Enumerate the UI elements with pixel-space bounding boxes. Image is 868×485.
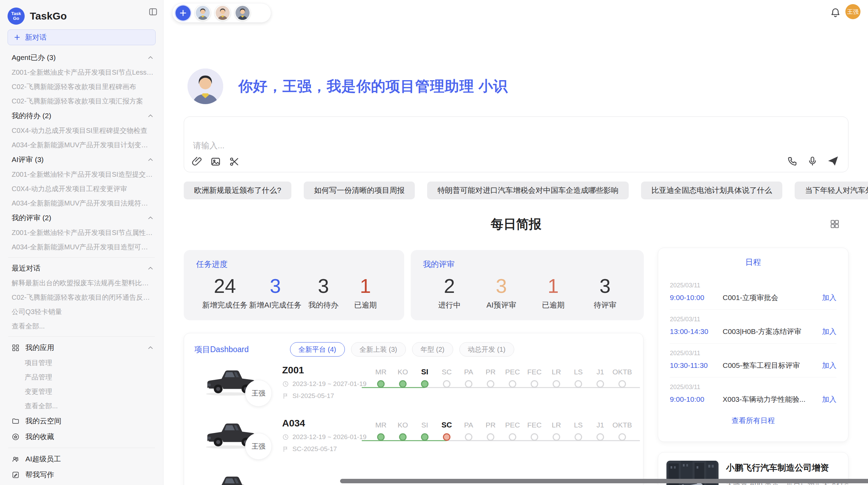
- sidebar-tool-people[interactable]: AI超级员工: [0, 451, 163, 467]
- notifications-bell-icon[interactable]: [830, 7, 841, 18]
- sidebar-item[interactable]: A034-全新新能源MUV产品开发项目计划变更表编写: [0, 138, 163, 152]
- sidebar-app-item[interactable]: 产品管理: [0, 370, 163, 384]
- sidebar-item[interactable]: C02-飞腾新能源轻客改款项目里程碑画布: [0, 79, 163, 94]
- dashboard-tab[interactable]: 全新上装 (3): [351, 342, 406, 357]
- new-chat-button[interactable]: 新对话: [8, 29, 156, 45]
- schedule-item: 2025/03/1110:30-11:30C005-整车工程目标评审加入: [670, 344, 836, 377]
- sidebar-section-label: AI评审 (3): [12, 155, 44, 164]
- join-button[interactable]: 加入: [822, 293, 836, 302]
- sidebar-item[interactable]: C0X4-动力总成开发项目SI里程碑提交物检查: [0, 123, 163, 138]
- join-button[interactable]: 加入: [822, 327, 836, 336]
- user-avatar[interactable]: 王强: [845, 4, 860, 19]
- sidebar-item[interactable]: 查看全部...: [0, 319, 163, 333]
- sidebar-item[interactable]: A034-全新新能源MUV产品开发项目造型可行性评审: [0, 240, 163, 254]
- stat-label: 我的待办: [303, 300, 343, 310]
- sidebar-item[interactable]: A034-全新新能源MUV产品开发项目法规符合性评审: [0, 196, 163, 210]
- stat-label: 新增完成任务: [202, 300, 248, 310]
- suggestion-chip[interactable]: 特朗普可能对进口汽车增税会对中国车企造成哪些影响: [427, 182, 629, 199]
- dashboard-tab[interactable]: 动总开发 (1): [459, 342, 514, 357]
- sidebar-item[interactable]: 公司Q3轻卡销量: [0, 304, 163, 319]
- suggestion-chip[interactable]: 当下年轻人对汽车外观有怎样的喜好趋势: [795, 182, 868, 199]
- project-row[interactable]: 王强A0342023-12-19 ~ 2026-01-19SC-2025-05-…: [194, 415, 633, 467]
- sidebar-app-item[interactable]: 变更管理: [0, 384, 163, 399]
- sidebar-section-header[interactable]: AI评审 (3): [0, 152, 163, 167]
- join-button[interactable]: 加入: [822, 395, 836, 404]
- new-chat-label: 新对话: [25, 33, 47, 42]
- milestone-label: SI: [414, 419, 436, 432]
- sidebar-item[interactable]: C0X4-动力总成开发项目工程变更评审: [0, 182, 163, 196]
- divider: [8, 257, 155, 258]
- suggestion-chip[interactable]: 如何写一份清晰的项目周报: [304, 182, 415, 199]
- assistant-avatar: [188, 69, 223, 104]
- milestone: SC: [436, 419, 458, 441]
- dashboard-tab[interactable]: 全新平台 (4): [290, 342, 345, 357]
- sidebar-app-item[interactable]: 查看全部...: [0, 399, 163, 413]
- sidebar-collapse-icon[interactable]: [148, 7, 158, 16]
- sidebar-item[interactable]: C02-飞腾新能源轻客改款项目立项汇报方案: [0, 94, 163, 108]
- milestone-dot: [509, 433, 516, 441]
- stats-row: 2进行中3AI预评审1已逾期3待评审: [423, 276, 631, 310]
- sidebar-app-item[interactable]: 项目管理: [0, 356, 163, 370]
- daily-briefing-title: 每日简报: [184, 216, 848, 233]
- suggestion-chip[interactable]: 欧洲新规最近颁布了什么?: [184, 182, 291, 199]
- attach-icon[interactable]: [192, 156, 203, 167]
- join-button[interactable]: 加入: [822, 361, 836, 370]
- schedule-list: 2025/03/119:00-10:00C001-立项审批会加入2025/03/…: [670, 276, 836, 411]
- chevron-up-icon: [147, 214, 154, 222]
- milestone-dot: [618, 433, 626, 441]
- chevron-up-icon: [147, 112, 154, 120]
- project-info: A0342023-12-19 ~ 2026-01-19SC-2025-05-17: [282, 418, 366, 453]
- stat-label: AI预评审: [481, 300, 521, 310]
- project-row[interactable]: 王强Z0012023-12-19 ~ 2027-01-19SI-2025-05-…: [194, 362, 633, 414]
- clock-icon: [282, 381, 289, 387]
- agent-avatar-1[interactable]: [195, 5, 210, 21]
- sidebar-section-header[interactable]: Agent已办 (3): [0, 50, 163, 65]
- app-logo-line1: Task: [11, 11, 21, 16]
- sidebar-item[interactable]: Z001-全新燃油皮卡产品开发项目SI节点Lesson Learn报告: [0, 65, 163, 79]
- milestone-label: LR: [545, 419, 567, 432]
- agent-toolbar: [172, 3, 271, 23]
- image-icon[interactable]: [210, 156, 221, 167]
- sidebar-header: Task Go TaskGo: [0, 5, 163, 29]
- stat-label: 待评审: [585, 300, 625, 310]
- view-all-schedule-link[interactable]: 查看所有日程: [670, 416, 836, 425]
- milestone: MR: [370, 365, 392, 388]
- sidebar-tool-write[interactable]: 帮我写作: [0, 467, 163, 483]
- dashboard-tab[interactable]: 年型 (2): [412, 342, 453, 357]
- add-agent-button[interactable]: [176, 5, 191, 21]
- sidebar-section-header[interactable]: 我的待办 (2): [0, 108, 163, 123]
- sidebar-item[interactable]: 解释最新出台的欧盟报废车法规再生塑料比例被调至15%...: [0, 276, 163, 290]
- milestone-label: PEC: [502, 419, 523, 432]
- stat-item: 3待评审: [585, 276, 625, 310]
- milestone-label: SC: [436, 419, 458, 432]
- sidebar-item[interactable]: Z001-全新燃油轻卡产品开发项目SI节点属性5D文件评审: [0, 225, 163, 240]
- stat-item: 2进行中: [429, 276, 470, 310]
- chat-input[interactable]: 请输入...: [184, 116, 848, 172]
- sidebar-item-my-apps[interactable]: 我的应用: [0, 340, 163, 356]
- horizontal-scrollbar-thumb[interactable]: [340, 479, 868, 483]
- microphone-icon[interactable]: [807, 156, 818, 166]
- sidebar-item-folder[interactable]: 我的云空间: [0, 413, 163, 429]
- card-title: 我的评审: [423, 259, 631, 270]
- sidebar-item-label: 我的应用: [25, 343, 54, 352]
- milestone-dot: [575, 433, 582, 441]
- app-grid-icon: [12, 344, 20, 352]
- sidebar-item-star[interactable]: 我的收藏: [0, 429, 163, 445]
- layout-grid-icon[interactable]: [829, 219, 840, 229]
- suggestion-chip[interactable]: 比亚迪全固态电池计划具体说了什么: [641, 182, 782, 199]
- agent-avatar-3[interactable]: [235, 5, 250, 21]
- phone-call-icon[interactable]: [787, 156, 798, 166]
- sidebar-section-header[interactable]: 我的评审 (2): [0, 210, 163, 225]
- schedule-title: 日程: [670, 257, 836, 268]
- scissors-icon[interactable]: [229, 156, 240, 167]
- sidebar-item[interactable]: C02-飞腾新能源轻客改款项目的闭环通告反馈情况: [0, 290, 163, 304]
- send-icon[interactable]: [827, 155, 839, 167]
- agent-avatar-2[interactable]: [215, 5, 230, 21]
- sidebar-section-header[interactable]: 最近对话: [0, 261, 163, 276]
- sidebar-tool-pen[interactable]: 创意制图: [0, 483, 163, 485]
- milestone: PA: [458, 419, 480, 441]
- sidebar-item[interactable]: Z001-全新燃油轻卡产品开发项目SI造型提交物评审: [0, 167, 163, 182]
- schedule-row: 9:00-10:00C001-立项审批会加入: [670, 293, 836, 302]
- dashboard-title: 项目Dashboard: [194, 344, 249, 355]
- milestone: J1: [589, 365, 611, 388]
